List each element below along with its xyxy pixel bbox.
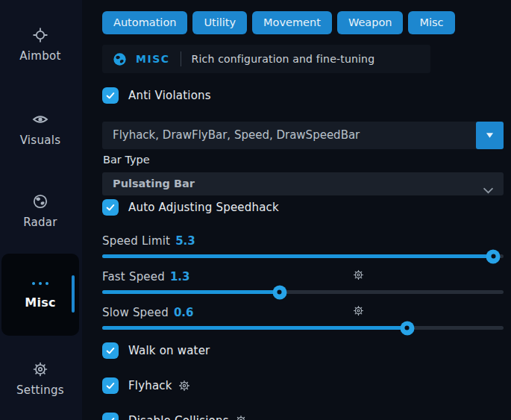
sidebar-item-radar[interactable]: Radar bbox=[1, 193, 79, 229]
checkbox-checked-icon[interactable] bbox=[102, 199, 119, 216]
slider-track[interactable] bbox=[102, 254, 504, 258]
sidebar-item-label: Aimbot bbox=[19, 49, 60, 63]
slider-thumb[interactable] bbox=[272, 285, 286, 299]
section-subtitle: Rich configuration and fine-tuning bbox=[192, 53, 375, 65]
gear-icon[interactable] bbox=[353, 269, 364, 283]
eye-icon bbox=[32, 111, 48, 128]
gear-icon bbox=[32, 361, 48, 377]
checkbox-row-anti-violations[interactable]: Anti Violations bbox=[102, 87, 211, 104]
sidebar-item-aimbot[interactable]: Aimbot bbox=[1, 27, 79, 63]
slider-label: Fast Speed bbox=[102, 270, 165, 283]
section-title: MISC bbox=[136, 53, 170, 65]
checkbox-label: Auto Adjusting Speedhack bbox=[128, 201, 279, 214]
crosshair-icon bbox=[32, 27, 48, 43]
checkbox-row-flyhack[interactable]: Flyhack bbox=[102, 377, 190, 394]
bar-type-label: Bar Type bbox=[103, 154, 150, 166]
slider-row-speed-limit: Speed Limit5.3 bbox=[102, 233, 504, 258]
slider-fill bbox=[102, 254, 493, 258]
tab-weapon[interactable]: Weapon bbox=[337, 11, 404, 34]
sidebar-item-misc[interactable]: Misc bbox=[1, 254, 79, 336]
chevron-down-icon bbox=[483, 179, 494, 202]
slider-value: 0.6 bbox=[174, 306, 194, 319]
bar-type-select[interactable]: Pulsating Bar bbox=[102, 172, 504, 195]
tab-utility[interactable]: Utility bbox=[192, 11, 247, 34]
checkbox-checked-icon[interactable] bbox=[102, 87, 119, 104]
checkbox-row-auto-adjusting-speedhack[interactable]: Auto Adjusting Speedhack bbox=[102, 199, 279, 216]
sidebar-item-label: Visuals bbox=[20, 134, 61, 147]
sidebar-item-label: Radar bbox=[23, 216, 57, 229]
tab-movement[interactable]: Movement bbox=[252, 11, 332, 34]
slider-track[interactable] bbox=[102, 326, 504, 330]
tab-misc[interactable]: Misc bbox=[408, 11, 454, 34]
category-tabs: Automation Utility Movement Weapon Misc bbox=[102, 11, 455, 34]
dropdown-open-button[interactable] bbox=[476, 122, 504, 149]
checkbox-row-disable-collisions[interactable]: Disable Collisions bbox=[102, 413, 247, 420]
gear-icon[interactable] bbox=[235, 415, 247, 420]
slider-label: Slow Speed bbox=[102, 306, 169, 319]
sidebar-item-label: Settings bbox=[16, 383, 64, 397]
triangle-down-icon bbox=[485, 131, 495, 140]
bar-flags-select[interactable]: Flyhack, DrawFlyBar, Speed, DrawSpeedBar bbox=[102, 122, 504, 149]
checkbox-label: Disable Collisions bbox=[128, 414, 229, 420]
slider-fill bbox=[102, 326, 407, 330]
gear-icon[interactable] bbox=[178, 380, 190, 392]
section-header: MISC Rich configuration and fine-tuning bbox=[102, 45, 430, 73]
slider-value: 1.3 bbox=[170, 270, 190, 283]
checkbox-checked-icon[interactable] bbox=[102, 413, 119, 420]
checkbox-checked-icon[interactable] bbox=[102, 377, 119, 394]
slider-track[interactable] bbox=[102, 290, 504, 294]
sidebar-item-visuals[interactable]: Visuals bbox=[1, 111, 79, 147]
slider-fill bbox=[102, 290, 280, 294]
active-indicator bbox=[72, 275, 75, 313]
slider-value: 5.3 bbox=[175, 234, 195, 248]
sidebar-item-label: Misc bbox=[25, 295, 56, 310]
ellipsis-icon bbox=[1, 282, 79, 285]
mod-menu-window: Aimbot Visuals Radar Mi bbox=[0, 0, 511, 420]
checkbox-checked-icon[interactable] bbox=[102, 342, 119, 359]
slider-thumb[interactable] bbox=[400, 321, 414, 335]
misc-panel: Automation Utility Movement Weapon Misc … bbox=[102, 0, 504, 420]
sidebar: Aimbot Visuals Radar Mi bbox=[0, 0, 82, 420]
checkbox-label: Anti Violations bbox=[128, 89, 211, 102]
gear-icon[interactable] bbox=[353, 305, 364, 319]
sidebar-item-settings[interactable]: Settings bbox=[1, 361, 79, 397]
checkbox-row-walk-on-water[interactable]: Walk on water bbox=[102, 342, 210, 359]
checkbox-label: Walk on water bbox=[128, 344, 210, 357]
divider bbox=[181, 51, 181, 66]
checkbox-label: Flyhack bbox=[128, 379, 172, 392]
slider-row-fast-speed: Fast Speed1.3 bbox=[102, 269, 504, 294]
slider-thumb[interactable] bbox=[486, 249, 501, 263]
tab-automation[interactable]: Automation bbox=[102, 11, 187, 34]
globe-icon bbox=[32, 193, 48, 210]
globe-icon bbox=[113, 52, 127, 66]
slider-label: Speed Limit bbox=[102, 234, 170, 248]
slider-row-slow-speed: Slow Speed0.6 bbox=[102, 305, 504, 330]
bar-type-value: Pulsating Bar bbox=[113, 178, 195, 189]
bar-flags-value: Flyhack, DrawFlyBar, Speed, DrawSpeedBar bbox=[113, 128, 360, 142]
